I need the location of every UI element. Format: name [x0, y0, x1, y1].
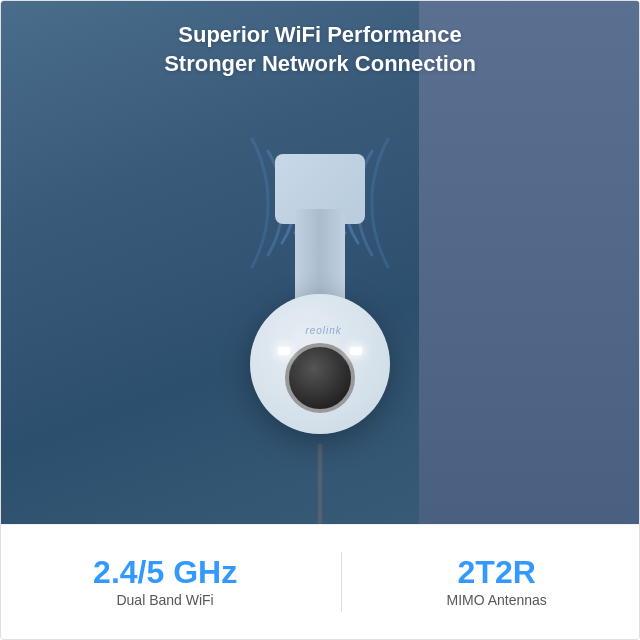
led-left	[278, 347, 290, 355]
led-right	[350, 347, 362, 355]
title-line2: Stronger Network Connection	[1, 50, 639, 79]
product-card: Superior WiFi Performance Stronger Netwo…	[0, 0, 640, 640]
spec-antenna: 2T2R MIMO Antennas	[446, 556, 546, 608]
frequency-value: 2.4/5 GHz	[93, 556, 237, 588]
image-section: Superior WiFi Performance Stronger Netwo…	[1, 1, 639, 524]
title-line1: Superior WiFi Performance	[1, 21, 639, 50]
spec-divider	[341, 552, 342, 612]
antenna-value: 2T2R	[458, 556, 536, 588]
frequency-label: Dual Band WiFi	[116, 592, 213, 608]
title-area: Superior WiFi Performance Stronger Netwo…	[1, 21, 639, 78]
camera-cable	[317, 444, 323, 524]
antenna-label: MIMO Antennas	[446, 592, 546, 608]
specs-section: 2.4/5 GHz Dual Band WiFi 2T2R MIMO Anten…	[1, 524, 639, 639]
camera-lens	[285, 343, 355, 413]
spec-frequency: 2.4/5 GHz Dual Band WiFi	[93, 556, 237, 608]
brand-label: reolink	[305, 325, 341, 336]
camera-assembly: reolink	[190, 144, 450, 524]
camera-dome: reolink	[250, 294, 390, 434]
